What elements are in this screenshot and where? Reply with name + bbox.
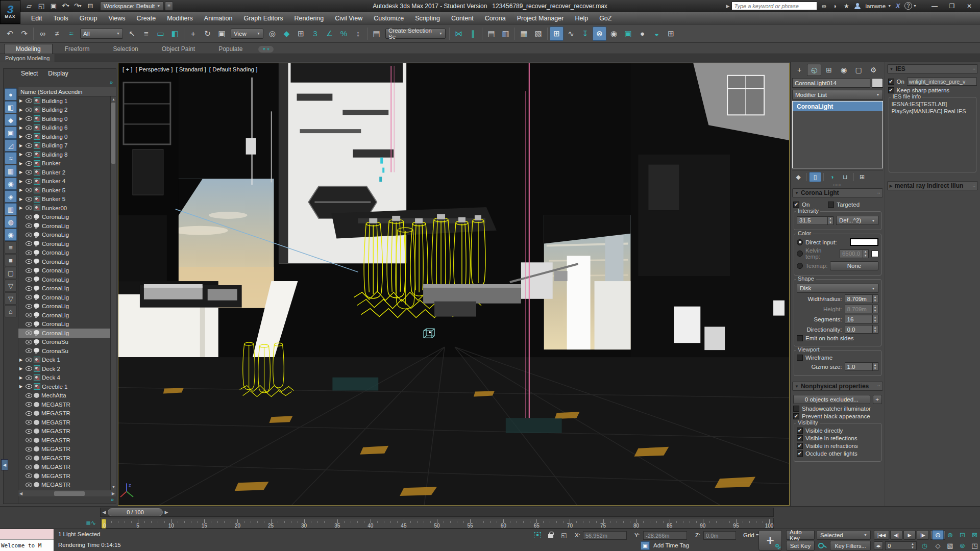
object-color-swatch[interactable] bbox=[872, 78, 883, 88]
expand-arrow-icon[interactable]: ▶ bbox=[19, 197, 24, 202]
explorer-row[interactable]: ▶Building 2 bbox=[18, 106, 116, 115]
align-icon[interactable]: ∥ bbox=[466, 27, 480, 41]
redo-icon[interactable]: ↷▼ bbox=[72, 2, 84, 11]
named-selection-sets-dropdown[interactable]: Create Selection Se▼ bbox=[385, 29, 446, 39]
explorer-row[interactable]: CoronaLig bbox=[18, 213, 116, 222]
expand-arrow-icon[interactable]: ▶ bbox=[19, 98, 24, 103]
ribbon-tab-populate[interactable]: Populate bbox=[207, 44, 254, 54]
filter-shapes-icon[interactable]: ◧ bbox=[5, 101, 17, 113]
explorer-collapse-button[interactable]: ◀ bbox=[1, 459, 8, 470]
gizmo-size-spinner[interactable]: 1.0▲▼ bbox=[845, 362, 878, 371]
viewport[interactable]: [ + ][ Perspective ][ Standard ][ Defaul… bbox=[118, 63, 790, 506]
select-and-move-icon[interactable]: + bbox=[186, 27, 200, 41]
expand-arrow-icon[interactable]: ▶ bbox=[19, 126, 24, 130]
window-crossing-icon[interactable]: ◧ bbox=[168, 27, 182, 41]
3ds-max-logo[interactable]: 3 MAX bbox=[0, 0, 20, 24]
explorer-row[interactable]: ▶Bunker 4 bbox=[18, 177, 116, 186]
go-to-start-button[interactable]: |◀◀ bbox=[874, 530, 889, 540]
explorer-row[interactable]: MEGASTR bbox=[18, 463, 116, 472]
kelvin-spinner[interactable]: 6500.0 ▲▼ bbox=[840, 249, 869, 258]
explorer-row[interactable]: ▶Building 0 bbox=[18, 132, 116, 141]
visibility-eye-icon[interactable] bbox=[26, 456, 32, 460]
keep-sharp-patterns-checkbox[interactable] bbox=[888, 87, 894, 93]
explorer-row[interactable]: MEGASTR bbox=[18, 418, 116, 427]
menu-goz[interactable]: GoZ bbox=[594, 12, 617, 24]
add-time-tag[interactable]: Add Time Tag bbox=[653, 542, 689, 548]
visibility-eye-icon[interactable] bbox=[26, 375, 32, 380]
unlink-selection-icon[interactable]: ≠ bbox=[50, 27, 64, 41]
save-file-icon[interactable]: ▣ bbox=[48, 2, 59, 11]
explorer-row[interactable]: CoronaSu bbox=[18, 338, 116, 347]
time-tag-cube-icon[interactable]: ▣ bbox=[641, 541, 650, 550]
explorer-row[interactable]: CoronaLig bbox=[18, 221, 116, 231]
direct-input-radio[interactable] bbox=[797, 239, 803, 245]
toggle-scene-explorer-icon[interactable]: ▥ bbox=[499, 27, 512, 41]
explorer-row[interactable]: ▶Building 7 bbox=[18, 141, 116, 151]
explorer-row[interactable]: ▶Bunker bbox=[18, 159, 116, 168]
filter-lights-icon[interactable]: ◆ bbox=[5, 114, 17, 126]
explorer-row[interactable]: MEGASTR bbox=[18, 471, 116, 481]
explorer-row[interactable]: CoronaLig bbox=[18, 239, 116, 248]
menu-civil-view[interactable]: Civil View bbox=[329, 12, 368, 24]
undo-icon[interactable]: ↶▼ bbox=[60, 2, 71, 11]
auto-key-button[interactable]: Auto Key bbox=[786, 530, 815, 540]
expand-arrow-icon[interactable]: ▶ bbox=[19, 143, 24, 148]
key-filters-icon[interactable] bbox=[817, 541, 828, 550]
explorer-row[interactable]: ▶Building 6 bbox=[18, 123, 116, 133]
slate-material-editor-icon[interactable]: ⊞ bbox=[550, 27, 564, 41]
edit-named-selection-sets-icon[interactable]: ▤ bbox=[370, 27, 383, 41]
ies-on-checkbox[interactable] bbox=[888, 79, 894, 85]
explorer-row[interactable]: MEGASTR bbox=[18, 409, 116, 418]
viewport-menu-pov[interactable]: [ Perspective ] bbox=[136, 66, 173, 72]
field-of-view-icon[interactable]: ◇ bbox=[932, 541, 944, 550]
visibility-eye-icon[interactable] bbox=[26, 447, 32, 452]
explorer-row[interactable]: MEGASTR bbox=[18, 400, 116, 409]
frame-step-icon[interactable]: ◂▸ bbox=[874, 541, 883, 550]
selection-lock-icon[interactable] bbox=[545, 531, 556, 540]
zoom-extents-all-icon[interactable]: ⊠ bbox=[969, 530, 980, 540]
visibility-eye-icon[interactable] bbox=[26, 98, 32, 103]
minimize-button[interactable]: — bbox=[926, 1, 943, 11]
explorer-row[interactable]: ▶Greeble 1 bbox=[18, 382, 116, 391]
modifier-stack-item[interactable]: CoronaLight bbox=[793, 102, 883, 111]
ies-file-field[interactable]: wnlight_intense_pure_v bbox=[907, 78, 977, 86]
expand-arrow-icon[interactable]: ▶ bbox=[19, 134, 24, 139]
menu-views[interactable]: Views bbox=[103, 12, 131, 24]
explorer-row[interactable]: CoronaLig bbox=[18, 320, 116, 329]
menu-create[interactable]: Create bbox=[131, 12, 162, 24]
filter-visibility-icon[interactable]: ◉ bbox=[5, 229, 17, 241]
explorer-row[interactable]: CoronaLig bbox=[18, 257, 116, 266]
visibility-eye-icon[interactable] bbox=[26, 331, 32, 335]
visibility-eye-icon[interactable] bbox=[26, 358, 32, 362]
time-configuration-icon[interactable]: ◷ bbox=[919, 541, 930, 550]
close-button[interactable]: ✕ bbox=[961, 1, 978, 11]
rendered-frame-window-icon[interactable]: ▣ bbox=[621, 27, 635, 41]
help-icon[interactable]: ? bbox=[904, 2, 912, 10]
favorites-star-icon[interactable]: ★ bbox=[842, 2, 851, 11]
explorer-row[interactable]: ▶Bunker 5 bbox=[18, 195, 116, 204]
maxscript-mini-listener[interactable]: Welcome to M bbox=[0, 529, 54, 551]
visibility-eye-icon[interactable] bbox=[26, 188, 32, 192]
filter-spacewarps-icon[interactable]: ≈ bbox=[5, 152, 17, 164]
visibility-eye-icon[interactable] bbox=[26, 384, 32, 389]
visibility-eye-icon[interactable] bbox=[26, 161, 32, 166]
menu-content[interactable]: Content bbox=[446, 12, 479, 24]
visibility-eye-icon[interactable] bbox=[26, 429, 32, 434]
sort-square-icon[interactable]: ■ bbox=[5, 254, 17, 266]
key-mode-dropdown[interactable]: Selected▼ bbox=[817, 530, 871, 540]
show-end-result-icon[interactable]: ▯ bbox=[809, 172, 821, 182]
viewport-menu-shading[interactable]: [ Default Shading ] bbox=[209, 66, 258, 72]
explorer-row[interactable]: CoronaLig bbox=[18, 275, 116, 284]
ribbon-tab-selection[interactable]: Selection bbox=[102, 44, 149, 54]
menu-modifiers[interactable]: Modifiers bbox=[161, 12, 199, 24]
display-tab[interactable]: ▢ bbox=[851, 64, 866, 76]
polygon-modeling-panel[interactable]: Polygon Modeling bbox=[0, 54, 55, 62]
z-coordinate-field[interactable]: 0.0m bbox=[703, 531, 736, 540]
user-avatar-icon[interactable] bbox=[853, 2, 862, 11]
undo-icon[interactable]: ↶ bbox=[3, 27, 17, 41]
filter-containers-icon[interactable]: ▥ bbox=[5, 203, 17, 215]
curve-editor-icon[interactable]: ▦ bbox=[517, 27, 531, 41]
material-editor-icon[interactable]: ∿ bbox=[564, 27, 578, 41]
snap-toggle-3d-icon[interactable]: 3 bbox=[308, 27, 322, 41]
maximize-viewport-icon[interactable]: ◳ bbox=[969, 541, 980, 550]
